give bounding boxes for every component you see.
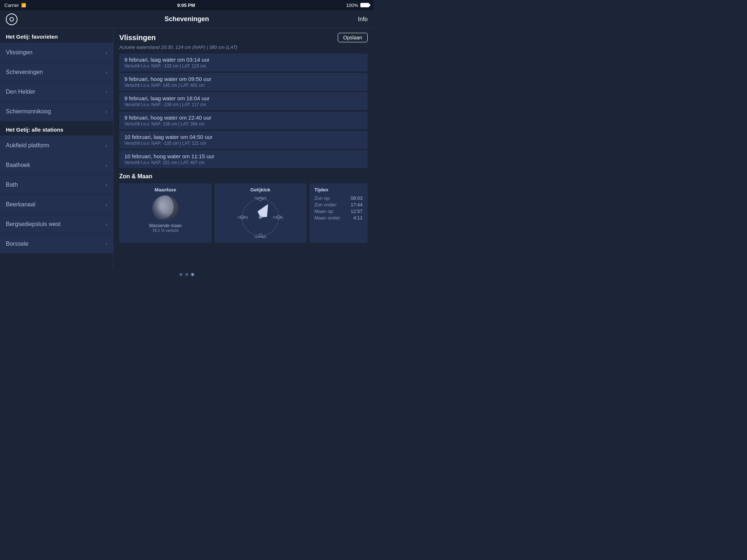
tide-entry: 9 februari, laag water om 16:04 uurVersc…: [119, 92, 368, 110]
zon-maan-title: Zon & Maan: [119, 173, 368, 180]
battery-label: 100%: [346, 3, 358, 8]
getijklok-label-top: Springtij: [254, 196, 266, 200]
getijklok-label-right: Doodtij: [273, 215, 283, 219]
list-item[interactable]: Vlissingen›: [0, 43, 113, 62]
tijden-val: 17:44: [351, 202, 363, 207]
right-panel: Vlissingen Opslaan Actuele waterstand 20…: [113, 28, 374, 269]
tide-sub: Verschil t.o.v. NAP: -139 cm | LAT: 117 …: [124, 102, 363, 107]
getijklok-title: Getijklok: [250, 187, 270, 192]
favorieten-header: Het Getij: favorieten: [0, 28, 113, 43]
tijden-label: Zon onder:: [314, 202, 337, 207]
tide-entry: 9 februari, laag water om 03:14 uurVersc…: [119, 54, 368, 71]
tijden-val: 08:03: [351, 195, 363, 201]
tide-list: 9 februari, laag water om 03:14 uurVersc…: [119, 54, 368, 168]
nav-title: Scheveningen: [165, 15, 209, 23]
favorieten-list: Vlissingen›Scheveningen›Den Helder›Schie…: [0, 43, 113, 121]
wifi-icon: 📶: [21, 3, 26, 8]
carrier-label: Carrier: [4, 3, 19, 8]
list-item-label: Bath: [6, 182, 18, 188]
tijden-val: 4:11: [353, 215, 363, 221]
getijklok-card: Getijklok: [214, 183, 307, 243]
tijden-row: Maan op:12:57: [314, 209, 363, 214]
svg-marker-5: [256, 201, 273, 220]
status-bar: Carrier 📶 9:05 PM 100%: [0, 0, 374, 10]
tide-main: 9 februari, hoog water om 09:50 uur: [124, 76, 363, 82]
tijden-rows: Zon op:08:03Zon onder:17:44Maan op:12:57…: [314, 195, 363, 221]
page-dot[interactable]: [179, 273, 182, 276]
chevron-right-icon: ›: [105, 221, 107, 227]
list-item[interactable]: Den Helder›: [0, 82, 113, 102]
location-icon[interactable]: [6, 13, 18, 25]
list-item-label: Beerkanaal: [6, 201, 35, 208]
chevron-right-icon: ›: [105, 109, 107, 114]
list-item-label: Aukfield platform: [6, 142, 49, 149]
tide-main: 9 februari, laag water om 16:04 uur: [124, 95, 363, 101]
list-item[interactable]: Scheveningen›: [0, 62, 113, 82]
list-item-label: Vlissingen: [6, 49, 32, 56]
water-info: Actuele waterstand 20:30: 124 cm (NAP) |…: [119, 44, 368, 50]
right-header: Vlissingen Opslaan: [119, 33, 368, 42]
tide-main: 10 februari, laag water om 04:50 uur: [124, 134, 363, 140]
tijden-row: Zon onder:17:44: [314, 202, 363, 207]
page-dot[interactable]: [191, 273, 194, 276]
tide-main: 10 februari, hoog water om 11:15 uur: [124, 153, 363, 159]
tijden-card: Tijden Zon op:08:03Zon onder:17:44Maan o…: [309, 183, 368, 243]
info-button[interactable]: Info: [358, 16, 368, 23]
page-dots: [0, 269, 374, 280]
nav-bar: Scheveningen Info: [0, 10, 374, 28]
opslaan-button[interactable]: Opslaan: [338, 33, 368, 42]
tide-entry: 10 februari, laag water om 04:50 uurVers…: [119, 131, 368, 149]
alle-stations-list: Aukfield platform›Baalhoek›Bath›Beerkana…: [0, 136, 113, 254]
maanfase-pct: 78.2 % verlicht: [152, 228, 178, 233]
tide-entry: 10 februari, hoog water om 11:15 uurVers…: [119, 150, 368, 168]
svg-point-6: [259, 216, 262, 219]
chevron-right-icon: ›: [105, 162, 107, 168]
zon-maan-grid: Maanfase Wassende maan 78.2 % verlicht G…: [119, 183, 368, 243]
tijden-label: Maan onder:: [314, 215, 341, 221]
list-item[interactable]: Baalhoek›: [0, 155, 113, 175]
tijden-title: Tijden: [314, 187, 363, 192]
right-title: Vlissingen: [119, 34, 156, 42]
maanfase-card: Maanfase Wassende maan 78.2 % verlicht: [119, 183, 212, 243]
list-item[interactable]: Bath›: [0, 175, 113, 195]
getijklok-label-left: Doodtij: [238, 215, 248, 219]
list-item[interactable]: Schiermonnikoog›: [0, 102, 113, 121]
getijklok-label-bottom: Springtij: [254, 235, 266, 238]
battery-icon: [360, 3, 369, 7]
zon-maan-section: Zon & Maan Maanfase Wassende maan 78.2 %…: [119, 173, 368, 243]
list-item-label: Bergsediepsluis west: [6, 221, 61, 228]
chevron-right-icon: ›: [105, 241, 107, 247]
chevron-right-icon: ›: [105, 143, 107, 148]
maanfase-title: Maanfase: [155, 187, 176, 192]
left-panel: Het Getij: favorieten Vlissingen›Scheven…: [0, 28, 113, 269]
chevron-right-icon: ›: [105, 182, 107, 188]
tijden-row: Maan onder:4:11: [314, 215, 363, 221]
maanfase-label: Wassende maan: [149, 223, 182, 228]
tijden-row: Zon op:08:03: [314, 195, 363, 201]
tide-sub: Verschil t.o.v. NAP: 151 cm | LAT: 407 c…: [124, 160, 363, 165]
tijden-val: 12:57: [351, 209, 363, 214]
page-dot[interactable]: [185, 273, 188, 276]
tide-sub: Verschil t.o.v. NAP: -135 cm | LAT: 121 …: [124, 141, 363, 146]
list-item-label: Borssele: [6, 241, 28, 247]
chevron-right-icon: ›: [105, 50, 107, 55]
list-item-label: Baalhoek: [6, 162, 30, 168]
tijden-label: Zon op:: [314, 195, 330, 201]
chevron-right-icon: ›: [105, 89, 107, 95]
list-item[interactable]: Aukfield platform›: [0, 136, 113, 155]
getijklok-visual: Springtij Springtij Doodtij Doodtij: [239, 195, 282, 239]
list-item-label: Scheveningen: [6, 69, 43, 75]
main-content: Het Getij: favorieten Vlissingen›Scheven…: [0, 28, 374, 269]
status-right: 100%: [346, 3, 369, 8]
list-item[interactable]: Borssele›: [0, 234, 113, 254]
tijden-label: Maan op:: [314, 209, 334, 214]
tide-sub: Verschil t.o.v. NAP: 145 cm | LAT: 401 c…: [124, 83, 363, 88]
tide-sub: Verschil t.o.v. NAP: 138 cm | LAT: 394 c…: [124, 121, 363, 127]
status-time: 9:05 PM: [177, 3, 195, 8]
tide-main: 9 februari, hoog water om 22:40 uur: [124, 114, 363, 121]
list-item[interactable]: Beerkanaal›: [0, 195, 113, 214]
alle-stations-header: Het Getij: alle stations: [0, 121, 113, 136]
list-item[interactable]: Bergsediepsluis west›: [0, 214, 113, 234]
list-item-label: Den Helder: [6, 89, 35, 95]
list-item-label: Schiermonnikoog: [6, 108, 51, 115]
